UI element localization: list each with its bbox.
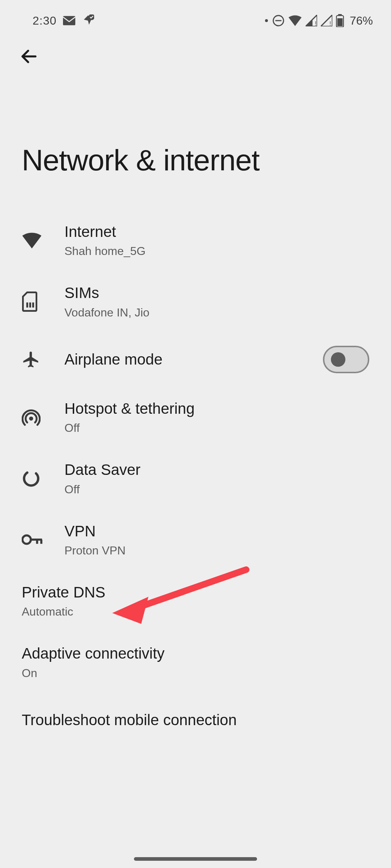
svg-text:!: ! [315, 21, 316, 26]
svg-rect-9 [337, 18, 343, 26]
svg-rect-11 [29, 302, 31, 307]
cell-signal-2-icon: ! [321, 15, 332, 26]
mail-icon [63, 16, 75, 25]
cell-signal-1-icon: ! [306, 15, 317, 26]
setting-subtitle: Automatic [22, 605, 369, 618]
setting-troubleshoot[interactable]: Troubleshoot mobile connection [0, 693, 391, 747]
hotspot-icon [22, 408, 64, 426]
svg-point-2 [265, 19, 268, 22]
svg-point-13 [29, 417, 33, 421]
back-button[interactable] [18, 46, 40, 67]
location-check-icon [82, 14, 94, 27]
settings-list: Internet Shah home_5G SIMs Vodafone IN, … [0, 210, 391, 747]
svg-point-14 [22, 469, 41, 488]
battery-text: 76% [350, 14, 373, 27]
setting-airplane-mode[interactable]: Airplane mode [0, 332, 391, 387]
svg-text:!: ! [329, 21, 331, 26]
battery-icon [336, 14, 344, 27]
setting-title: SIMs [64, 284, 369, 302]
dot-icon [264, 18, 269, 23]
setting-title: Private DNS [22, 583, 369, 601]
svg-rect-12 [32, 302, 34, 307]
sim-icon [22, 292, 64, 312]
setting-internet[interactable]: Internet Shah home_5G [0, 210, 391, 271]
setting-title: Adaptive connectivity [22, 644, 369, 663]
page-title: Network & internet [0, 67, 391, 210]
setting-vpn[interactable]: VPN Proton VPN [0, 509, 391, 570]
setting-title: Airplane mode [64, 350, 323, 369]
setting-subtitle: Shah home_5G [64, 244, 369, 258]
setting-title: Internet [64, 223, 369, 241]
setting-adaptive-connectivity[interactable]: Adaptive connectivity On [0, 631, 391, 693]
setting-title: Hotspot & tethering [64, 400, 369, 418]
setting-hotspot[interactable]: Hotspot & tethering Off [0, 387, 391, 448]
data-saver-icon [22, 469, 64, 488]
setting-subtitle: On [22, 667, 369, 680]
setting-data-saver[interactable]: Data Saver Off [0, 448, 391, 509]
wifi-icon [22, 233, 64, 248]
airplane-toggle[interactable] [323, 346, 369, 373]
do-not-disturb-icon [272, 14, 285, 27]
setting-subtitle: Proton VPN [64, 544, 369, 557]
airplane-icon [22, 350, 64, 369]
key-icon [22, 533, 64, 546]
setting-subtitle: Vodafone IN, Jio [64, 306, 369, 319]
setting-subtitle: Off [64, 421, 369, 435]
svg-point-15 [22, 536, 31, 544]
setting-title: VPN [64, 522, 369, 540]
arrow-left-icon [19, 47, 39, 66]
setting-subtitle: Off [64, 483, 369, 496]
setting-title: Data Saver [64, 461, 369, 479]
wifi-icon [288, 15, 302, 26]
status-time: 2:30 [33, 14, 56, 27]
setting-private-dns[interactable]: Private DNS Automatic [0, 570, 391, 631]
status-bar: 2:30 ! ! 76% [0, 0, 391, 33]
svg-rect-0 [63, 16, 75, 25]
toolbar [0, 33, 391, 67]
setting-sims[interactable]: SIMs Vodafone IN, Jio [0, 271, 391, 332]
toggle-knob [331, 352, 345, 367]
svg-rect-10 [26, 302, 28, 307]
setting-title: Troubleshoot mobile connection [22, 711, 369, 729]
gesture-bar [134, 857, 257, 861]
